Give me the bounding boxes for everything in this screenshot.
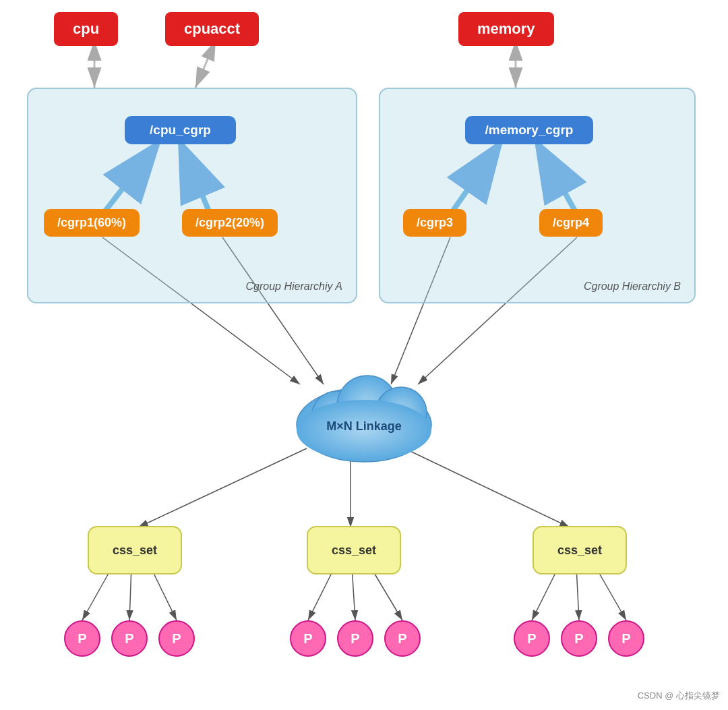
cgrp3-box: /cgrp3: [403, 209, 466, 237]
cpu-box: cpu: [54, 12, 118, 46]
svg-line-19: [129, 566, 131, 620]
svg-line-25: [576, 566, 579, 620]
process-p9: P: [608, 620, 644, 657]
css-set-1: css_set: [88, 526, 182, 574]
cpuacct-box: cpuacct: [165, 12, 259, 46]
memory-cgrp-box: /memory_cgrp: [465, 116, 593, 144]
memory-box: memory: [458, 12, 554, 46]
css-set-3: css_set: [533, 526, 627, 574]
hierarchy-b-label: Cgroup Hierarchiy B: [584, 280, 681, 293]
process-p1: P: [64, 620, 100, 657]
diagram-container: cpu cpuacct memory Cgroup Hierarchiy A C…: [0, 0, 728, 710]
cpu-cgrp-box: /cpu_cgrp: [125, 116, 236, 144]
process-p8: P: [561, 620, 597, 657]
process-p6: P: [384, 620, 421, 657]
svg-line-22: [352, 566, 355, 620]
css-set-2: css_set: [307, 526, 401, 574]
process-p3: P: [158, 620, 195, 657]
process-p4: P: [290, 620, 326, 657]
hierarchy-a-label: Cgroup Hierarchiy A: [246, 280, 342, 293]
watermark: CSDN @ 心指尖镜梦: [638, 690, 720, 702]
cgrp4-box: /cgrp4: [539, 209, 603, 237]
cgrp1-box: /cgrp1(60%): [44, 209, 140, 237]
process-p7: P: [514, 620, 550, 657]
process-p5: P: [337, 620, 373, 657]
process-p2: P: [111, 620, 148, 657]
svg-text:M×N Linkage: M×N Linkage: [326, 419, 402, 433]
svg-line-5: [195, 40, 216, 88]
cgrp2-box: /cgrp2(20%): [182, 209, 278, 237]
cloud-shape: M×N Linkage: [270, 357, 458, 465]
